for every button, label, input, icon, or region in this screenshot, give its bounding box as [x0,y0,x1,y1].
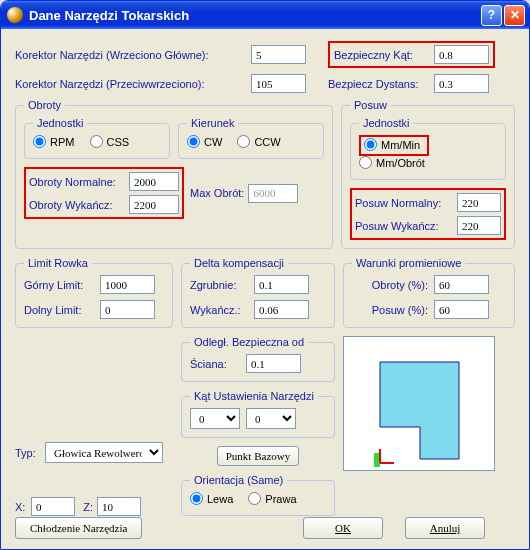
posuw-jednostki-legend: Jednostki [359,117,413,129]
orient-prawa-radio[interactable]: Prawa [248,492,296,505]
typ-select[interactable]: Głowica Rewolwero [45,442,163,463]
bezpiecz-dystans-input[interactable] [434,74,489,93]
orientacja-group: Orientacja (Same) Lewa Prawa [181,474,335,516]
ccw-radio[interactable]: CCW [237,135,280,148]
korektor-glowne-label: Korektor Narzędzi (Wrzeciono Główne): [15,49,245,61]
gorny-limit-label: Górny Limit: [24,279,100,291]
gorny-limit-input[interactable] [100,275,155,294]
delta-legend: Delta kompensacji [190,257,288,269]
css-radio[interactable]: CSS [90,135,130,148]
kierunek-group: Kierunek CW CCW [178,117,324,159]
bezpieczny-kat-input[interactable] [434,45,489,64]
korektor-glowne-input[interactable] [251,45,306,64]
warunki-posuw-label: Posuw (%): [352,304,434,316]
delta-group: Delta kompensacji Zgrubnie: Wykańcz.: [181,257,335,328]
dolny-limit-input[interactable] [100,300,155,319]
delta-zgrubnie-input[interactable] [254,275,309,294]
close-button[interactable]: ✕ [504,5,525,26]
korektor-przeciw-input[interactable] [251,74,306,93]
posuw-normalny-label: Posuw Normalny: [355,197,453,209]
app-icon [7,7,23,23]
korektor-przeciw-label: Korektor Narzędzi (Przeciwwrzeciono): [15,78,245,90]
obroty-group: Obroty Jednostki RPM CSS Kierunek CW CCW [15,99,333,249]
odlegl-legend: Odległ. Bezpieczna od [190,336,308,348]
orientacja-legend: Orientacja (Same) [190,474,287,486]
posuw-wykancz-input[interactable] [457,216,501,235]
odlegl-group: Odległ. Bezpieczna od Ściana: [181,336,335,382]
warunki-obroty-input[interactable] [434,275,489,294]
z-label: Z: [75,501,97,513]
kat-ust-legend: Kąt Ustawienia Narzędzi [190,390,318,402]
obroty-normalne-label: Obroty Normalne: [29,176,125,188]
chlodzenie-button[interactable]: Chłodzenie Narzędzia [15,517,142,539]
warunki-posuw-input[interactable] [434,300,489,319]
window-title: Dane Narzędzi Tokarskich [29,8,189,23]
obroty-legend: Obroty [24,99,65,111]
sciana-input[interactable] [246,354,301,373]
mmmin-radio[interactable]: Mm/Min [364,138,420,151]
posuw-jednostki-group: Jednostki Mm/Min Mm/Obrót [350,117,506,180]
obroty-wykancz-label: Obroty Wykańcz: [29,199,125,211]
warunki-legend: Warunki promieniowe [352,257,465,269]
limit-rowka-group: Limit Rowka Górny Limit: Dolny Limit: [15,257,173,328]
obroty-jednostki-group: Jednostki RPM CSS [24,117,170,159]
delta-zgrubnie-label: Zgrubnie: [190,279,254,291]
x-input[interactable] [31,497,75,516]
delta-wykancz-input[interactable] [254,300,309,319]
max-obrot-label: Max Obrót: [190,187,244,199]
mmobrot-radio[interactable]: Mm/Obrót [359,156,425,169]
z-input[interactable] [97,497,141,516]
bezpieczny-kat-label: Bezpieczny Kąt: [334,49,428,61]
x-label: X: [15,501,31,513]
posuw-legend: Posuw [350,99,391,111]
delta-wykancz-label: Wykańcz.: [190,304,254,316]
ok-button[interactable]: OK [303,517,383,539]
max-obrot-input [248,184,298,203]
bezpiecz-dystans-label: Bezpiecz Dystans: [328,78,428,90]
kat-ust-sel1[interactable]: 0 [190,408,240,429]
titlebar: Dane Narzędzi Tokarskich ? ✕ [1,1,529,29]
sciana-label: Ściana: [190,358,246,370]
limit-rowka-legend: Limit Rowka [24,257,92,269]
obroty-jednostki-legend: Jednostki [33,117,87,129]
dialog-window: Dane Narzędzi Tokarskich ? ✕ Korektor Na… [0,0,530,550]
typ-label: Typ: [15,447,45,459]
tool-preview [343,336,495,471]
dolny-limit-label: Dolny Limit: [24,304,100,316]
obroty-normalne-input[interactable] [129,172,179,191]
warunki-obroty-label: Obroty (%): [352,279,434,291]
posuw-normalny-input[interactable] [457,193,501,212]
kierunek-legend: Kierunek [187,117,238,129]
obroty-wykancz-input[interactable] [129,195,179,214]
rpm-radio[interactable]: RPM [33,135,74,148]
anuluj-button[interactable]: Anuluj [405,517,485,539]
dialog-content: Korektor Narzędzi (Wrzeciono Główne): Be… [1,29,529,549]
orient-lewa-radio[interactable]: Lewa [190,492,233,505]
posuw-group: Posuw Jednostki Mm/Min Mm/Obrót Posuw No… [341,99,515,249]
kat-ust-group: Kąt Ustawienia Narzędzi 0 0 [181,390,335,438]
cw-radio[interactable]: CW [187,135,222,148]
punkt-bazowy-button[interactable]: Punkt Bazowy [217,446,299,466]
posuw-wykancz-label: Posuw Wykańcz: [355,220,453,232]
warunki-group: Warunki promieniowe Obroty (%): Posuw (%… [343,257,515,328]
svg-marker-1 [380,362,459,459]
kat-ust-sel2[interactable]: 0 [246,408,296,429]
help-button[interactable]: ? [481,5,502,26]
